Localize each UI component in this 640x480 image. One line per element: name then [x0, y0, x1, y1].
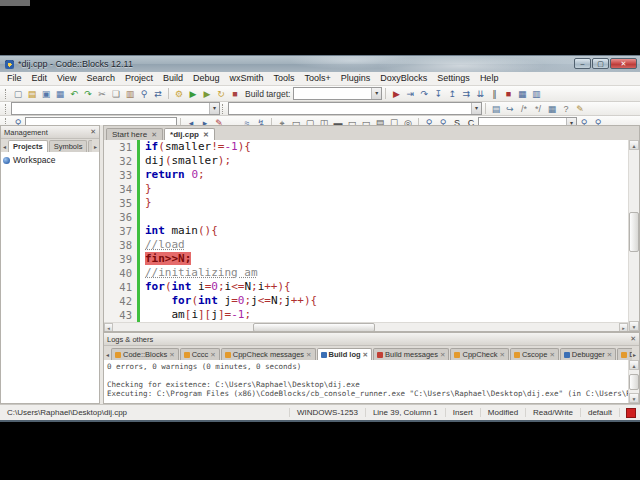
close-icon[interactable]: ✕: [151, 131, 157, 139]
vscroll-thumb[interactable]: [629, 374, 639, 390]
doxy-edit-icon[interactable]: ✎: [573, 103, 587, 115]
cut-icon[interactable]: ✂: [95, 88, 109, 100]
line-number[interactable]: 36: [104, 210, 137, 224]
menu-build[interactable]: Build: [158, 72, 188, 85]
save-all-icon[interactable]: ▦: [53, 88, 67, 100]
cc-scope-combo[interactable]: ▾: [11, 102, 220, 115]
find-icon[interactable]: ⚲: [137, 88, 151, 100]
new-file-icon[interactable]: ▢: [11, 88, 25, 100]
log-tab-build-messages[interactable]: Build messages✕: [373, 348, 449, 360]
run-icon[interactable]: ▶: [186, 88, 200, 100]
stop-debugger-icon[interactable]: ■: [501, 88, 515, 100]
projects-tree[interactable]: Workspace: [1, 152, 99, 403]
line-number[interactable]: 39: [104, 252, 137, 266]
line-number[interactable]: 40: [104, 266, 137, 280]
menu-settings[interactable]: Settings: [432, 72, 475, 85]
build-icon[interactable]: ⚙: [172, 88, 186, 100]
menu-tools[interactable]: Tools: [269, 72, 300, 85]
workspace-node[interactable]: Workspace: [3, 155, 97, 165]
build-target-combo[interactable]: ▾: [293, 87, 382, 100]
line-number[interactable]: 43: [104, 308, 137, 322]
close-icon[interactable]: ✕: [500, 351, 505, 359]
various-info-icon[interactable]: ▥: [529, 88, 543, 100]
close-icon[interactable]: ✕: [306, 351, 311, 359]
copy-icon[interactable]: ❏: [109, 88, 123, 100]
scroll-up-icon[interactable]: ▲: [629, 140, 639, 150]
menu-file[interactable]: File: [2, 72, 27, 85]
line-number[interactable]: 35: [104, 196, 137, 210]
log-tab-cppcheck-messages[interactable]: CppCheck messages✕: [221, 348, 316, 360]
replace-icon[interactable]: ⇄: [151, 88, 165, 100]
menu-debug[interactable]: Debug: [188, 72, 225, 85]
redo-icon[interactable]: ↷: [81, 88, 95, 100]
close-button[interactable]: ✕: [610, 58, 637, 69]
doxy-block-comment-icon[interactable]: /*: [517, 103, 531, 115]
maximize-button[interactable]: ▢: [592, 58, 609, 69]
close-icon[interactable]: ✕: [363, 351, 368, 359]
run-to-cursor-icon[interactable]: ⇥: [403, 88, 417, 100]
close-icon[interactable]: ✕: [90, 128, 96, 136]
logs-vscrollbar[interactable]: ▲ ▼: [628, 360, 639, 403]
tab-scroll-right-icon[interactable]: ▸: [632, 351, 638, 360]
step-out-icon[interactable]: ↥: [445, 88, 459, 100]
log-tab-cccc[interactable]: Cccc✕: [180, 348, 220, 360]
hscroll-thumb[interactable]: [253, 323, 375, 331]
title-bar[interactable]: *dij.cpp - Code::Blocks 12.11 – ▢ ✕: [0, 55, 640, 72]
editor-hscrollbar[interactable]: ◂ ▸: [104, 322, 628, 331]
menu-wxsmith[interactable]: wxSmith: [224, 72, 268, 85]
log-tab-debugger[interactable]: Debugger✕: [560, 348, 616, 360]
tab-scroll-left-icon[interactable]: ◂: [1, 143, 8, 152]
line-number[interactable]: 38: [104, 238, 137, 252]
build-and-run-icon[interactable]: ▶: [200, 88, 214, 100]
log-tab-build-log[interactable]: Build log✕: [317, 348, 373, 360]
editor-tab-dij-cpp[interactable]: *dij.cpp✕: [164, 128, 215, 140]
doxy-extract-docs-icon[interactable]: ▤: [489, 103, 503, 115]
save-file-icon[interactable]: ▣: [39, 88, 53, 100]
paste-icon[interactable]: ▥: [123, 88, 137, 100]
line-number[interactable]: 41: [104, 280, 137, 294]
rebuild-icon[interactable]: ↻: [214, 88, 228, 100]
scroll-right-icon[interactable]: ▸: [619, 323, 628, 331]
minimize-button[interactable]: –: [574, 58, 591, 69]
line-number[interactable]: 42: [104, 294, 137, 308]
toolbar-grip[interactable]: [5, 104, 9, 114]
line-number[interactable]: 32: [104, 154, 137, 168]
line-number[interactable]: 37: [104, 224, 137, 238]
cc-function-combo[interactable]: ▾: [228, 102, 482, 115]
line-number[interactable]: 34: [104, 182, 137, 196]
menu-help[interactable]: Help: [475, 72, 504, 85]
menu-edit[interactable]: Edit: [27, 72, 53, 85]
debugging-windows-icon[interactable]: ▦: [515, 88, 529, 100]
mgmt-tab-projects[interactable]: Projects: [8, 140, 48, 152]
tab-scroll-right-icon[interactable]: ▸: [92, 143, 99, 152]
editor-tab-start-here[interactable]: Start here✕: [106, 128, 163, 140]
log-tab-code-blocks[interactable]: Code::Blocks✕: [111, 348, 179, 360]
toolbar-grip[interactable]: [5, 89, 9, 99]
vscroll-thumb[interactable]: [629, 212, 639, 252]
close-icon[interactable]: ✕: [440, 351, 445, 359]
build-log-content[interactable]: 0 errors, 0 warnings (0 minutes, 0 secon…: [104, 360, 628, 403]
close-icon[interactable]: ✕: [210, 351, 215, 359]
undo-icon[interactable]: ↶: [67, 88, 81, 100]
menu-project[interactable]: Project: [120, 72, 158, 85]
scroll-down-icon[interactable]: ▼: [629, 393, 639, 403]
menu-doxyblocks[interactable]: DoxyBlocks: [375, 72, 432, 85]
scroll-down-icon[interactable]: ▼: [629, 321, 639, 331]
scroll-up-icon[interactable]: ▲: [629, 360, 639, 370]
close-icon[interactable]: ✕: [607, 351, 612, 359]
doxy-author-icon[interactable]: ▦: [545, 103, 559, 115]
close-icon[interactable]: ✕: [630, 335, 636, 343]
scroll-left-icon[interactable]: ◂: [104, 323, 113, 331]
doxy-config-icon[interactable]: ?: [559, 103, 573, 115]
line-number[interactable]: 33: [104, 168, 137, 182]
toolbar-grip[interactable]: [222, 104, 226, 114]
debug-continue-icon[interactable]: ▶: [389, 88, 403, 100]
next-instruction-icon[interactable]: ⇉: [459, 88, 473, 100]
log-tab-cppcheck[interactable]: CppCheck✕: [450, 348, 508, 360]
break-debugger-icon[interactable]: ∥: [487, 88, 501, 100]
line-number[interactable]: 31: [104, 140, 137, 154]
mgmt-tab-symbols[interactable]: Symbols: [49, 140, 88, 152]
menu-plugins[interactable]: Plugins: [336, 72, 376, 85]
step-into-icon[interactable]: ↧: [431, 88, 445, 100]
close-icon[interactable]: ✕: [549, 351, 554, 359]
